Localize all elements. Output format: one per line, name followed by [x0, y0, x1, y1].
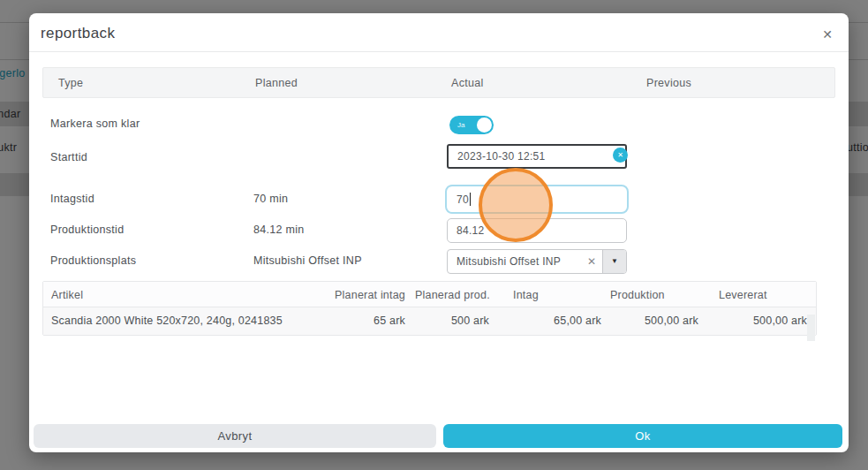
col-levererat: Levererat: [719, 289, 807, 301]
row-label: Produktionstid: [50, 224, 124, 236]
clear-date-icon[interactable]: ✕: [613, 148, 628, 163]
form-row-produktionsplats: Produktionsplats Mitsubishi Offset INP M…: [42, 249, 835, 276]
col-planerat-intag: Planerat intag: [319, 289, 405, 301]
row-label: Produktionsplats: [50, 254, 136, 267]
column-actual: Actual: [451, 77, 484, 89]
select-value: Mitsubishi Offset INP: [448, 255, 581, 268]
form-row-produktionstid: Produktionstid 84.12 min: [42, 203, 835, 230]
toggle-knob: [477, 118, 492, 133]
clear-selection-icon[interactable]: ✕: [581, 255, 602, 268]
column-type: Type: [58, 77, 83, 89]
toggle-on-label: Ja: [457, 121, 464, 129]
col-planerad-prod: Planerad prod...: [415, 289, 489, 301]
chevron-down-icon[interactable]: ▼: [602, 250, 626, 273]
table-row[interactable]: Scandia 2000 White 520x720, 240g, 024183…: [43, 307, 816, 335]
row-label: Starttid: [50, 151, 87, 163]
cell-produktion: 500,00 ark: [610, 315, 698, 327]
form-column-header: Type Planned Actual Previous: [42, 67, 835, 98]
markera-som-klar-toggle[interactable]: Ja: [449, 116, 494, 134]
close-icon[interactable]: ✕: [819, 26, 836, 43]
produktionsplats-select[interactable]: Mitsubishi Offset INP ✕ ▼: [447, 249, 627, 274]
article-table: Artikel Planerat intag Planerad prod... …: [42, 281, 817, 336]
cell-planerat-intag: 65 ark: [319, 315, 405, 327]
cancel-button[interactable]: Avbryt: [34, 424, 436, 448]
form-row-starttid: Starttid ✕: [42, 142, 835, 171]
starttid-input[interactable]: [447, 144, 627, 169]
ok-button[interactable]: Ok: [443, 424, 842, 448]
planned-value: Mitsubishi Offset INP: [253, 254, 362, 267]
cell-intag: 65,00 ark: [513, 315, 601, 327]
cell-planerad-prod: 500 ark: [415, 315, 489, 327]
reportback-dialog: reportback ✕ Type Planned Actual Previou…: [29, 13, 849, 452]
column-previous: Previous: [646, 77, 691, 89]
table-scrollbar[interactable]: [807, 315, 815, 341]
cell-artikel: Scandia 2000 White 520x720, 240g, 024183…: [51, 315, 283, 327]
col-produktion: Produktion: [610, 289, 698, 301]
col-artikel: Artikel: [51, 289, 83, 301]
planned-value: 84.12 min: [253, 224, 305, 236]
cell-levererat: 500,00 ark: [719, 315, 807, 327]
dialog-title: reportback: [41, 25, 115, 42]
col-intag: Intag: [513, 289, 601, 301]
article-table-header: Artikel Planerat intag Planerad prod... …: [43, 282, 816, 307]
title-divider: [29, 51, 849, 52]
column-planned: Planned: [255, 77, 298, 89]
form-row-markera-som-klar: Markera som klar Ja: [42, 110, 835, 137]
row-label: Markera som klar: [50, 118, 140, 130]
produktionstid-input[interactable]: [447, 218, 627, 243]
